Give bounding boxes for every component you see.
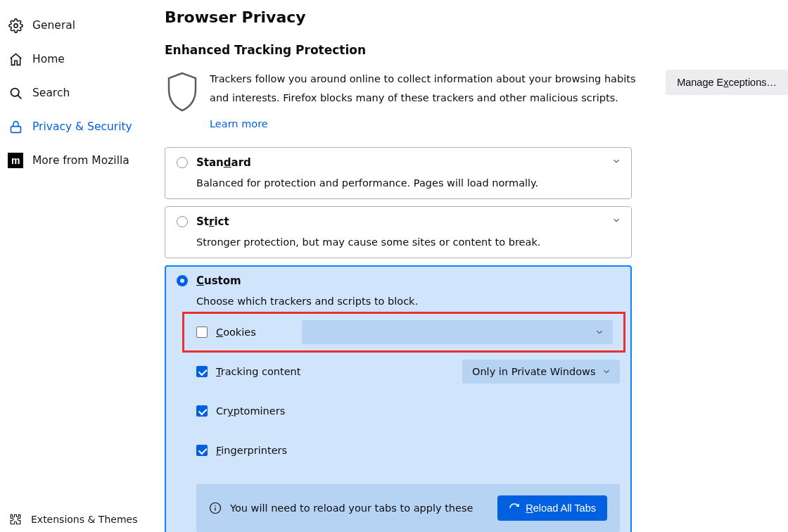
- sidebar-item-label: More from Mozilla: [32, 154, 129, 167]
- home-icon: [7, 51, 24, 68]
- shield-icon: [165, 70, 210, 113]
- tracking-dropdown[interactable]: Only in Private Windows: [462, 360, 620, 384]
- puzzle-icon: [7, 511, 24, 528]
- svg-point-1: [11, 88, 18, 96]
- chevron-down-icon: [611, 156, 621, 166]
- reload-all-tabs-button[interactable]: Reload All Tabs: [497, 495, 607, 521]
- reload-message: You will need to reload your tabs to app…: [230, 502, 497, 514]
- tracking-content-row: Tracking content Only in Private Windows: [196, 359, 620, 384]
- sidebar-item-more-mozilla[interactable]: m More from Mozilla: [0, 144, 149, 177]
- mozilla-icon: m: [7, 152, 24, 169]
- card-title-strict: Strict: [196, 215, 229, 228]
- sidebar-item-label: Search: [32, 87, 70, 99]
- highlight-cookies-row: Cookies: [192, 316, 624, 348]
- cookies-dropdown[interactable]: [302, 320, 613, 344]
- search-icon: [7, 84, 24, 101]
- svg-rect-3: [11, 126, 20, 132]
- svg-point-6: [215, 505, 216, 507]
- gear-icon: [7, 17, 24, 34]
- sidebar-item-general[interactable]: General: [0, 8, 149, 42]
- svg-line-2: [18, 95, 21, 99]
- learn-more-link[interactable]: Learn more: [210, 115, 644, 134]
- checkbox-cookies[interactable]: [196, 327, 208, 338]
- reload-banner: You will need to reload your tabs to app…: [196, 484, 620, 532]
- checkbox-cryptominers[interactable]: [196, 405, 208, 417]
- radio-strict[interactable]: [177, 216, 188, 227]
- reload-icon: [509, 502, 520, 514]
- section-heading: Enhanced Tracking Protection: [165, 43, 788, 57]
- sidebar-item-home[interactable]: Home: [0, 42, 149, 76]
- card-desc: Stronger protection, but may cause some …: [196, 236, 620, 248]
- chevron-down-icon: [611, 215, 621, 225]
- card-title-standard: Standard: [196, 156, 251, 169]
- card-title-custom: Custom: [196, 274, 241, 287]
- fingerprinters-row: Fingerprinters: [196, 438, 620, 463]
- lock-icon: [7, 118, 24, 135]
- radio-custom[interactable]: [177, 275, 188, 286]
- protection-card-custom[interactable]: Custom Choose which trackers and scripts…: [165, 265, 632, 532]
- chevron-down-icon: [595, 327, 604, 337]
- checkbox-tracking-content[interactable]: [196, 366, 208, 377]
- protection-card-standard[interactable]: Standard Balanced for protection and per…: [165, 147, 632, 199]
- page-title: Browser Privacy: [165, 8, 788, 26]
- sidebar-bottom-label: Extensions & Themes: [31, 514, 137, 525]
- cookies-row: Cookies: [196, 319, 620, 345]
- radio-standard[interactable]: [177, 157, 188, 168]
- manage-exceptions-button[interactable]: Manage Exceptions…: [666, 70, 788, 95]
- cryptominers-label: Cryptominers: [216, 405, 285, 417]
- tracking-label: Tracking content: [216, 366, 301, 377]
- card-desc: Choose which trackers and scripts to blo…: [196, 296, 620, 307]
- sidebar-item-label: General: [32, 19, 75, 32]
- sidebar-extensions-themes[interactable]: Extensions & Themes: [0, 507, 149, 532]
- protection-card-strict[interactable]: Strict Stronger protection, but may caus…: [165, 206, 632, 258]
- card-desc: Balanced for protection and performance.…: [196, 177, 620, 189]
- fingerprinters-label: Fingerprinters: [216, 445, 287, 456]
- sidebar-item-privacy[interactable]: Privacy & Security: [0, 110, 149, 144]
- svg-point-0: [13, 23, 17, 27]
- sidebar-item-search[interactable]: Search: [0, 76, 149, 110]
- cookies-label: Cookies: [216, 327, 256, 338]
- checkbox-fingerprinters[interactable]: [196, 445, 208, 456]
- main-content: Browser Privacy Enhanced Tracking Protec…: [149, 0, 788, 532]
- settings-sidebar: General Home Search Privacy & Security: [0, 0, 149, 532]
- cryptominers-row: Cryptominers: [196, 398, 620, 424]
- etp-description: Trackers follow you around online to col…: [210, 70, 666, 133]
- chevron-down-icon: [602, 367, 611, 376]
- info-icon: [209, 502, 222, 514]
- sidebar-item-label: Privacy & Security: [32, 120, 132, 133]
- sidebar-item-label: Home: [32, 53, 65, 65]
